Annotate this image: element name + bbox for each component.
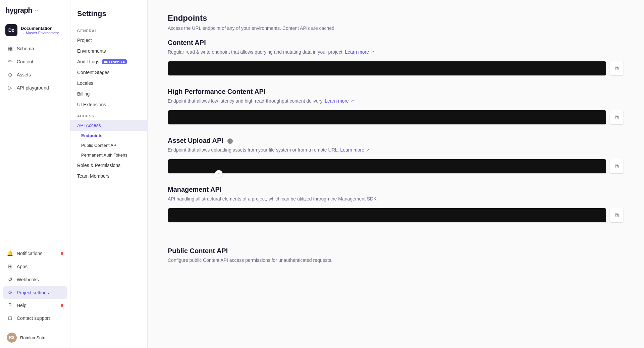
high-perf-api-copy-button[interactable]: ⧉ xyxy=(609,110,624,125)
content-api-section: Content API Regular read & write endpoin… xyxy=(168,39,624,76)
enterprise-badge: ENTERPRISE xyxy=(102,59,127,64)
asset-upload-api-input xyxy=(168,159,606,174)
settings-sub-label: Endpoints xyxy=(81,133,103,138)
public-content-api-section: Public Content API Configure public Cont… xyxy=(168,247,624,264)
sidebar-item-label: Contact support xyxy=(17,315,50,321)
settings-item-locales[interactable]: Locales xyxy=(70,78,147,89)
settings-item-label: Environments xyxy=(77,48,106,54)
asset-upload-api-desc: Endpoint that allows uploading assets fr… xyxy=(168,147,624,154)
user-name: Romina Soto xyxy=(20,335,45,340)
settings-panel: Settings GENERAL Project Environments Au… xyxy=(70,0,148,348)
asset-upload-api-section: Asset Upload API i Endpoint that allows … xyxy=(168,137,624,174)
help-icon: ? xyxy=(7,302,13,308)
sidebar-item-label: Content xyxy=(17,59,33,64)
settings-item-team-members[interactable]: Team Members xyxy=(70,171,147,181)
sidebar-item-label: Schema xyxy=(17,46,34,51)
management-api-title: Management API xyxy=(168,186,624,193)
settings-item-label: Content Stages xyxy=(77,70,110,75)
settings-item-api-access[interactable]: API Access xyxy=(70,120,147,131)
env-icon: ↔ xyxy=(21,31,24,35)
settings-item-permanent-auth-tokens[interactable]: Permanent Auth Tokens xyxy=(70,150,147,160)
project-badge[interactable]: Do Documentation ↔ Master Environment xyxy=(0,21,70,40)
assets-icon: ◇ xyxy=(7,71,13,78)
settings-item-content-stages[interactable]: Content Stages xyxy=(70,67,147,78)
project-env[interactable]: ↔ Master Environment xyxy=(21,31,59,35)
settings-item-label: Roles & Permissions xyxy=(77,163,120,168)
content-api-desc: Regular read & write endpoint that allow… xyxy=(168,49,624,56)
project-info: Documentation ↔ Master Environment xyxy=(21,26,59,35)
settings-item-label: Locales xyxy=(77,80,93,86)
settings-item-label: Team Members xyxy=(77,173,109,179)
sidebar-item-schema[interactable]: ▦ Schema xyxy=(3,42,67,55)
public-content-api-title: Public Content API xyxy=(168,247,624,255)
sidebar-item-label: Help xyxy=(17,303,26,308)
asset-upload-info-icon[interactable]: i xyxy=(227,138,233,144)
access-section-label: ACCESS xyxy=(70,110,147,120)
management-api-desc: API handling all structural elements of … xyxy=(168,195,624,202)
page-header: Endpoints Access the URL endpoint of any… xyxy=(168,13,624,31)
copy-icon: ⧉ xyxy=(615,212,619,218)
content-api-learn-more[interactable]: Learn more ↗ xyxy=(345,49,374,55)
high-perf-api-learn-more[interactable]: Learn more ↗ xyxy=(325,98,354,104)
sidebar-item-help[interactable]: ? Help xyxy=(3,299,67,311)
settings-item-roles-permissions[interactable]: Roles & Permissions xyxy=(70,160,147,171)
logo-area[interactable]: hygraph ··· xyxy=(0,0,70,21)
env-label: Master Environment xyxy=(26,31,59,35)
management-api-input xyxy=(168,208,606,223)
sidebar-item-label: Apps xyxy=(17,264,28,269)
high-perf-api-input xyxy=(168,110,606,125)
page-description: Access the URL endpoint of any of your e… xyxy=(168,25,624,31)
high-perf-api-section: High Performance Content API Endpoint th… xyxy=(168,88,624,125)
user-profile[interactable]: RS Romina Soto xyxy=(3,330,67,345)
high-perf-api-desc: Endpoint that allows low latency and hig… xyxy=(168,98,624,105)
content-api-copy-button[interactable]: ⧉ xyxy=(609,61,624,76)
management-api-copy-button[interactable]: ⧉ xyxy=(609,208,624,223)
copy-icon: ⧉ xyxy=(615,114,619,120)
content-api-endpoint-row: ⧉ xyxy=(168,61,624,76)
notification-badge xyxy=(61,252,63,255)
settings-item-audit-logs[interactable]: Audit Logs ENTERPRISE xyxy=(70,56,147,67)
settings-item-ui-extensions[interactable]: UI Extensions xyxy=(70,99,147,110)
sidebar-item-notifications[interactable]: 🔔 Notifications xyxy=(3,247,67,259)
avatar: Do xyxy=(5,24,17,36)
chevron-left-icon: « xyxy=(218,172,220,176)
settings-item-billing[interactable]: Billing xyxy=(70,89,147,99)
asset-upload-api-copy-button[interactable]: ⧉ xyxy=(609,159,624,174)
general-section-label: GENERAL xyxy=(70,25,147,35)
content-icon: ✏ xyxy=(7,58,13,65)
project-settings-icon: ⚙ xyxy=(7,289,13,296)
sidebar-item-content[interactable]: ✏ Content xyxy=(3,55,67,68)
management-api-endpoint-row: ⧉ xyxy=(168,208,624,223)
settings-item-label: Audit Logs xyxy=(77,59,99,64)
icon-sidebar: hygraph ··· Do Documentation ↔ Master En… xyxy=(0,0,70,348)
webhooks-icon: ↺ xyxy=(7,276,13,283)
settings-item-environments[interactable]: Environments xyxy=(70,46,147,56)
sidebar-item-label: API playground xyxy=(17,85,49,91)
collapse-sidebar-button[interactable]: « xyxy=(215,170,223,178)
sidebar-item-assets[interactable]: ◇ Assets xyxy=(3,68,67,81)
main-nav: ▦ Schema ✏ Content ◇ Assets ▷ API playgr… xyxy=(0,42,70,94)
project-name: Documentation xyxy=(21,26,59,31)
settings-item-endpoints[interactable]: Endpoints xyxy=(70,131,147,140)
settings-sub-label: Permanent Auth Tokens xyxy=(81,153,127,158)
asset-upload-api-endpoint-row: ⧉ xyxy=(168,159,624,174)
sidebar-item-apps[interactable]: ⊞ Apps xyxy=(3,260,67,273)
settings-title: Settings xyxy=(70,9,147,25)
copy-icon: ⧉ xyxy=(615,65,619,71)
high-perf-api-endpoint-row: ⧉ xyxy=(168,110,624,125)
asset-upload-api-learn-more[interactable]: Learn more ↗ xyxy=(340,147,369,153)
sidebar-item-webhooks[interactable]: ↺ Webhooks xyxy=(3,273,67,286)
sidebar-item-project-settings[interactable]: ⚙ Project settings xyxy=(3,286,67,299)
public-content-api-desc: Configure public Content API access perm… xyxy=(168,257,624,264)
bottom-nav: 🔔 Notifications ⊞ Apps ↺ Webhooks ⚙ Proj… xyxy=(0,247,70,324)
settings-item-label: UI Extensions xyxy=(77,102,106,107)
sidebar-item-contact-support[interactable]: □ Contact support xyxy=(3,312,67,324)
content-api-input xyxy=(168,61,606,76)
sidebar-item-label: Notifications xyxy=(17,251,42,256)
settings-item-project[interactable]: Project xyxy=(70,35,147,46)
management-api-section: Management API API handling all structur… xyxy=(168,186,624,223)
help-badge xyxy=(61,304,63,307)
settings-item-public-content-api[interactable]: Public Content API xyxy=(70,140,147,150)
page-title: Endpoints xyxy=(168,13,624,23)
sidebar-item-api-playground[interactable]: ▷ API playground xyxy=(3,81,67,94)
